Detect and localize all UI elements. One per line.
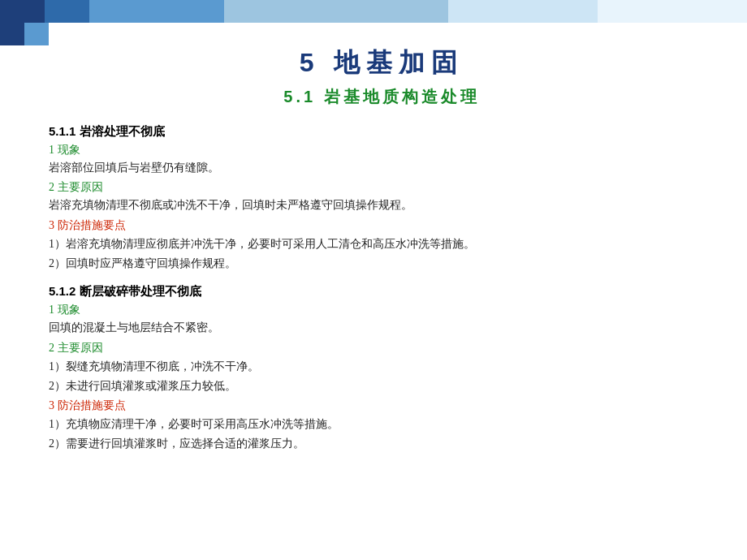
section-511: 5.1.1 岩溶处理不彻底 1 现象 岩溶部位回填后与岩壁仍有缝隙。 2 主要原…: [49, 124, 715, 273]
text-511-cause: 岩溶充填物清理不彻底或冲洗不干净，回填时未严格遵守回填操作规程。: [49, 196, 715, 214]
subsection-511-heading: 5.1.1 岩溶处理不彻底: [49, 124, 715, 140]
text-512-cause-1: 1）裂缝充填物清理不彻底，冲洗不干净。: [49, 357, 715, 377]
label-512-phenomenon: 1 现象: [49, 303, 715, 317]
text-512-measure-2: 2）需要进行回填灌浆时，应选择合适的灌浆压力。: [49, 434, 715, 454]
label-511-phenomenon: 1 现象: [49, 143, 715, 157]
label-512-measures: 3 防治措施要点: [49, 398, 715, 413]
text-511-measure-1: 1）岩溶充填物清理应彻底并冲洗干净，必要时可采用人工清仓和高压水冲洗等措施。: [49, 235, 715, 254]
main-title: 5 地基加固: [49, 45, 715, 81]
deco-row1: [0, 0, 747, 23]
text-512-cause-2: 2）未进行回填灌浆或灌浆压力较低。: [49, 377, 715, 396]
text-511-measure-2: 2）回填时应严格遵守回填操作规程。: [49, 254, 715, 274]
section-title: 5.1 岩基地质构造处理: [49, 86, 715, 108]
deco-row2: [0, 23, 747, 45]
label-511-measures: 3 防治措施要点: [49, 218, 715, 233]
page-container: 5 地基加固 5.1 岩基地质构造处理 5.1.1 岩溶处理不彻底 1 现象 岩…: [0, 0, 747, 560]
deco-square-dark: [0, 23, 24, 45]
text-512-measure-1: 1）充填物应清理干净，必要时可采用高压水冲洗等措施。: [49, 415, 715, 434]
top-decoration: [0, 0, 747, 45]
section-512: 5.1.2 断层破碎带处理不彻底 1 现象 回填的混凝土与地层结合不紧密。 2 …: [49, 284, 715, 454]
deco-square-mid: [24, 23, 49, 45]
label-511-cause: 2 主要原因: [49, 180, 715, 195]
label-512-cause: 2 主要原因: [49, 341, 715, 355]
text-511-phenomenon: 岩溶部位回填后与岩壁仍有缝隙。: [49, 159, 715, 177]
text-512-phenomenon: 回填的混凝土与地层结合不紧密。: [49, 319, 715, 337]
subsection-512-heading: 5.1.2 断层破碎带处理不彻底: [49, 284, 715, 299]
main-content: 5 地基加固 5.1 岩基地质构造处理 5.1.1 岩溶处理不彻底 1 现象 岩…: [49, 45, 715, 544]
